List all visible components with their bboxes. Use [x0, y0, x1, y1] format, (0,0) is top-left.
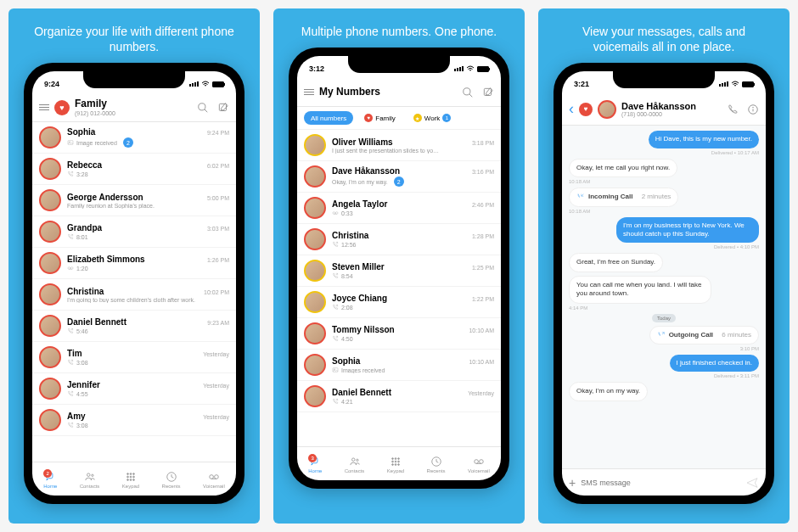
avatar — [39, 315, 61, 337]
outgoing-message[interactable]: Hi Dave, this is my new number. — [649, 131, 759, 148]
incoming-message[interactable]: You can call me when you land. I will ta… — [569, 276, 711, 304]
tab-keypad[interactable]: Keypad — [122, 471, 139, 489]
svg-point-10 — [127, 473, 129, 475]
conversation-row[interactable]: Steven Miller 1:25 PM 8:54 — [297, 255, 501, 287]
avatar — [39, 158, 61, 180]
timestamp: 10:10 AM — [469, 359, 494, 365]
svg-point-44 — [479, 460, 483, 464]
conversation-row[interactable]: Angela Taylor 2:46 PM 0:33 — [297, 193, 501, 224]
tagline-1: Organize your life with different phone … — [8, 8, 260, 63]
contact-name: Christina — [67, 287, 104, 296]
chip-family[interactable]: ♥Family — [357, 111, 402, 125]
tab-recents[interactable]: Recents — [162, 471, 181, 489]
tab-voicemail[interactable]: Voicemail — [203, 471, 225, 489]
outgoing-message[interactable]: I'm on my business trip to New York. We … — [616, 217, 759, 244]
conversation-row[interactable]: Tim Yesterday 3:08 — [32, 342, 236, 373]
incoming-message[interactable]: Okay, let me call you right now. — [569, 159, 677, 177]
unread-badge: 2 — [394, 176, 404, 187]
incoming-message[interactable]: Great, I'm free on Sunday. — [569, 253, 663, 272]
message-thread[interactable]: Hi Dave, this is my new number.Delivered… — [562, 126, 766, 468]
back-button[interactable]: ‹ — [569, 100, 574, 118]
timestamp: 9:24 PM — [207, 130, 229, 136]
preview-text: 12:56 — [332, 241, 494, 248]
conversation-row[interactable]: Sophia 9:24 PM Image received2 — [32, 122, 236, 154]
compose-icon[interactable] — [217, 102, 229, 114]
phone-icon[interactable] — [727, 104, 739, 115]
timestamp: 2:46 PM — [472, 202, 494, 208]
search-icon[interactable] — [197, 102, 209, 114]
svg-rect-29 — [333, 368, 338, 372]
conversation-row[interactable]: Christina 10:02 PM I'm going to buy some… — [32, 279, 236, 311]
conversation-row[interactable]: Joyce Chiang 1:22 PM 2:08 — [297, 287, 501, 318]
avatar — [304, 165, 326, 188]
call-event-outgoing[interactable]: Outgoing Call 6 minutes — [649, 326, 759, 344]
svg-point-36 — [392, 461, 394, 462]
avatar — [304, 260, 326, 282]
tab-home[interactable]: 3Home — [308, 456, 322, 473]
conversation-row[interactable]: Amy Yesterday 3:08 — [32, 405, 236, 436]
conversation-row[interactable]: Tommy Nilsson 10:10 AM 4:50 — [297, 318, 501, 350]
timestamp: 10:02 PM — [204, 289, 229, 295]
avatar — [39, 221, 61, 243]
conversation-row[interactable]: Daniel Bennett 9:23 AM 5:46 — [32, 311, 236, 342]
conversation-row[interactable]: Oliver Williams 3:18 PM I just sent the … — [297, 130, 501, 161]
family-badge-icon: ♥ — [54, 100, 70, 115]
tagline-3: View your messages, calls and voicemails… — [538, 8, 790, 63]
unread-badge: 2 — [123, 137, 133, 148]
conversation-row[interactable]: George Andersson 5:00 PM Family reunion … — [32, 185, 236, 216]
timestamp: 3:16 PM — [472, 169, 494, 175]
svg-point-43 — [475, 460, 479, 464]
contact-name: Sophia — [67, 127, 95, 137]
conversation-row[interactable]: Rebecca 6:02 PM 3:28 — [32, 154, 236, 185]
message-meta: 10:18 AM — [569, 209, 590, 214]
timestamp: 3:18 PM — [472, 140, 494, 146]
tab-contacts[interactable]: Contacts — [80, 471, 100, 489]
menu-icon[interactable] — [39, 104, 49, 110]
conversation-row[interactable]: Grandpa 3:03 PM 8:01 — [32, 216, 236, 248]
avatar — [39, 409, 61, 431]
avatar — [304, 197, 326, 219]
contact-name: Oliver Williams — [332, 137, 393, 147]
chip-work[interactable]: ★Work1 — [407, 111, 458, 125]
phone-frame: 3:21 ‹ ♥ Dave Håkansson (718) 000-0000 — [554, 63, 774, 504]
search-icon[interactable] — [462, 87, 474, 98]
tab-voicemail[interactable]: Voicemail — [468, 456, 490, 473]
tab-contacts[interactable]: Contacts — [345, 456, 365, 473]
svg-point-34 — [395, 458, 396, 460]
tab-keypad[interactable]: Keypad — [387, 456, 404, 473]
conversation-row[interactable]: Dave Håkansson 3:16 PM Okay, I'm on my w… — [297, 161, 501, 193]
message-meta: 3:10 PM — [740, 346, 759, 351]
timestamp: 6:02 PM — [207, 163, 229, 169]
conversation-list: Oliver Williams 3:18 PM I just sent the … — [297, 130, 501, 446]
preview-text: 4:21 — [332, 398, 494, 405]
svg-point-21 — [214, 475, 218, 479]
phone-frame: 9:24 ♥ Family (912) 012-0000 — [24, 63, 244, 504]
conversation-row[interactable]: Jennifer Yesterday 4:55 — [32, 373, 236, 405]
conversation-row[interactable]: Elizabeth Simmons 1:26 PM 1:20 — [32, 248, 236, 279]
preview-text: Okay, I'm on my way.2 — [332, 176, 494, 187]
call-event-incoming[interactable]: Incoming Call 2 minutes — [569, 188, 678, 206]
status-time: 9:24 — [44, 80, 59, 88]
conversation-row[interactable]: Christina 1:28 PM 12:56 — [297, 224, 501, 255]
svg-point-37 — [395, 461, 396, 462]
contact-name: Steven Miller — [332, 262, 385, 272]
info-icon[interactable] — [747, 104, 759, 115]
attach-button[interactable]: + — [569, 476, 576, 490]
contact-avatar[interactable] — [598, 100, 616, 119]
message-meta: Delivered • 3:11 PM — [714, 373, 759, 378]
tab-home[interactable]: 2Home — [43, 471, 57, 489]
wifi-icon — [466, 65, 475, 72]
svg-line-1 — [205, 109, 208, 113]
status-time: 3:12 — [309, 64, 324, 73]
message-input[interactable] — [581, 479, 740, 487]
send-icon[interactable] — [745, 476, 759, 490]
tab-recents[interactable]: Recents — [427, 456, 446, 473]
menu-icon[interactable] — [304, 89, 314, 95]
conversation-row[interactable]: Daniel Bennett Yesterday 4:21 — [297, 381, 501, 412]
promo-panel-3: View your messages, calls and voicemails… — [538, 8, 790, 524]
outgoing-message[interactable]: I just finished checked in. — [670, 355, 759, 372]
chip-all-numbers[interactable]: All numbers — [304, 111, 353, 125]
compose-icon[interactable] — [482, 87, 494, 98]
conversation-row[interactable]: Sophia 10:10 AM Images received — [297, 350, 501, 381]
incoming-message[interactable]: Okay, I'm on my way. — [569, 382, 648, 400]
